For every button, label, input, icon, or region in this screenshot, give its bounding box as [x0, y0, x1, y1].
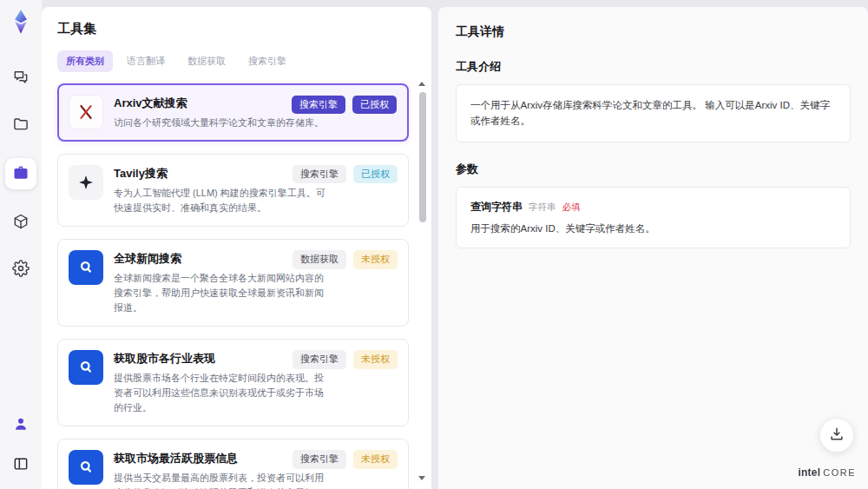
param-desc: 用于搜索的Arxiv ID、关键字或作者姓名。 — [470, 222, 836, 235]
auth-status-badge: 已授权 — [352, 96, 397, 114]
briefcase-icon — [12, 164, 30, 184]
scrollbar-down-arrow[interactable] — [418, 476, 425, 480]
auth-status-badge: 未授权 — [353, 450, 398, 468]
scrollbar-thumb[interactable] — [419, 92, 426, 222]
intro-heading: 工具介绍 — [456, 59, 851, 75]
sidebar-item-folder[interactable] — [7, 111, 35, 139]
blueapp-tool-icon — [69, 350, 103, 385]
tool-description: 提供当天交易量最高的股票列表，投资者可以利用这些信息来识别流动性强的股票和潜在的… — [114, 471, 329, 489]
blueapp-tool-icon — [69, 250, 103, 285]
gear-icon — [12, 260, 30, 280]
sparkle-tool-icon — [69, 165, 103, 200]
tab-search[interactable]: 搜索引擎 — [240, 50, 295, 72]
tab-translate[interactable]: 语言翻译 — [118, 50, 174, 72]
tab-all[interactable]: 所有类别 — [57, 50, 113, 72]
brand-name: intel — [799, 466, 821, 479]
blueapp-tool-icon — [69, 450, 103, 485]
category-tabs: 所有类别语言翻译数据获取搜索引擎 — [57, 50, 409, 72]
tools-panel-title: 工具集 — [57, 21, 409, 37]
person-icon — [12, 415, 30, 435]
main-content: 工具集 所有类别语言翻译数据获取搜索引擎 Arxiv文献搜索访问各个研究领域大量… — [42, 7, 868, 489]
tool-card[interactable]: 获取市场最活跃股票信息提供当天交易量最高的股票列表，投资者可以利用这些信息来识别… — [57, 439, 409, 489]
scrollbar-up-arrow[interactable] — [418, 82, 425, 86]
download-button[interactable] — [819, 418, 854, 453]
tab-data[interactable]: 数据获取 — [179, 50, 234, 72]
category-badge: 搜索引擎 — [293, 350, 346, 368]
sidebar-nav — [5, 64, 36, 283]
brand-series: CORE — [823, 467, 856, 478]
intel-core-logo: intel CORE — [799, 466, 856, 479]
sidebar-item-collapse[interactable] — [7, 451, 35, 479]
param-box: 查询字符串 字符串 必填 用于搜索的Arxiv ID、关键字或作者姓名。 — [456, 187, 851, 248]
tool-card[interactable]: Arxiv文献搜索访问各个研究领域大量科学论文和文章的存储库。搜索引擎已授权 — [57, 83, 409, 142]
tool-badges: 搜索引擎未授权 — [293, 350, 398, 368]
category-badge: 搜索引擎 — [293, 450, 346, 468]
param-header: 查询字符串 字符串 必填 — [470, 200, 836, 215]
panel-icon — [12, 455, 30, 475]
param-type: 字符串 — [529, 202, 556, 214]
cube-icon — [12, 213, 30, 233]
chat-icon — [12, 69, 30, 89]
param-name: 查询字符串 — [470, 200, 523, 215]
sidebar-item-profile[interactable] — [7, 411, 35, 439]
app-logo — [8, 9, 34, 35]
param-required-badge: 必填 — [562, 202, 581, 214]
category-badge: 搜索引擎 — [292, 96, 345, 114]
tool-badges: 搜索引擎已授权 — [293, 165, 398, 183]
tool-description: 全球新闻搜索是一个聚合全球各大新闻网站内容的搜索引擎，帮助用户快速获取全球最新资… — [114, 271, 329, 315]
sidebar-item-box[interactable] — [7, 208, 35, 236]
folder-icon — [12, 116, 30, 135]
detail-title: 工具详情 — [456, 24, 851, 40]
sidebar-bottom — [7, 411, 35, 479]
tool-description: 提供股票市场各个行业在特定时间段内的表现。投资者可以利用这些信息来识别表现优于或… — [114, 371, 329, 415]
tools-list: Arxiv文献搜索访问各个研究领域大量科学论文和文章的存储库。搜索引擎已授权Ta… — [57, 83, 409, 489]
params-heading: 参数 — [456, 162, 851, 177]
tools-panel: 工具集 所有类别语言翻译数据获取搜索引擎 Arxiv文献搜索访问各个研究领域大量… — [42, 7, 431, 489]
sidebar-item-chat[interactable] — [7, 64, 35, 92]
tool-card[interactable]: Tavily搜索专为人工智能代理 (LLM) 构建的搜索引擎工具。可快速提供实时… — [57, 154, 409, 227]
tool-description: 专为人工智能代理 (LLM) 构建的搜索引擎工具。可快速提供实时、准确和真实的结… — [114, 186, 329, 215]
tool-detail-panel: 工具详情 工具介绍 一个用于从Arxiv存储库搜索科学论文和文章的工具。 输入可… — [438, 7, 868, 489]
category-badge: 数据获取 — [293, 250, 346, 268]
tool-card[interactable]: 获取股市各行业表现提供股票市场各个行业在特定时间段内的表现。投资者可以利用这些信… — [57, 339, 409, 426]
tool-description: 访问各个研究领域大量科学论文和文章的存储库。 — [114, 116, 329, 130]
auth-status-badge: 未授权 — [353, 250, 398, 268]
tool-intro-box: 一个用于从Arxiv存储库搜索科学论文和文章的工具。 输入可以是Arxiv ID… — [456, 84, 851, 142]
category-badge: 搜索引擎 — [293, 165, 346, 183]
auth-status-badge: 已授权 — [353, 165, 398, 183]
tool-badges: 数据获取未授权 — [293, 250, 398, 268]
tool-intro-text: 一个用于从Arxiv存储库搜索科学论文和文章的工具。 输入可以是Arxiv ID… — [470, 97, 836, 129]
tool-card[interactable]: 全球新闻搜索全球新闻搜索是一个聚合全球各大新闻网站内容的搜索引擎，帮助用户快速获… — [57, 239, 409, 327]
sidebar-item-tools[interactable] — [5, 158, 36, 189]
auth-status-badge: 未授权 — [353, 350, 398, 368]
tool-badges: 搜索引擎已授权 — [292, 96, 397, 114]
tool-badges: 搜索引擎未授权 — [293, 450, 398, 468]
arxiv-tool-icon — [69, 95, 103, 129]
app-sidebar — [0, 0, 42, 489]
sidebar-item-settings[interactable] — [7, 255, 35, 283]
download-icon — [828, 426, 845, 446]
